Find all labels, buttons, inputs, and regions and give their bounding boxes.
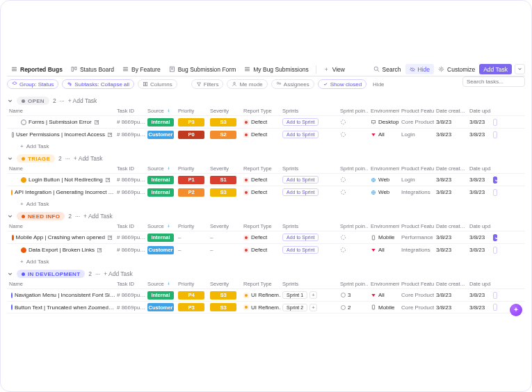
sprint-chip[interactable]: Sprint 2	[282, 304, 307, 311]
subtasks-chip[interactable]: Subtasks: Collapse all	[62, 79, 134, 89]
col-source[interactable]: Source	[145, 223, 176, 229]
col-sprints[interactable]: Sprints	[280, 223, 338, 229]
col-updated[interactable]: Date upda…	[467, 281, 491, 287]
col-report[interactable]: Report Type	[241, 223, 280, 229]
add-to-sprint-button[interactable]: Add to Sprint	[282, 234, 319, 241]
col-sprints[interactable]: Sprints	[280, 165, 338, 172]
col-name[interactable]: Name	[7, 281, 115, 287]
col-updated[interactable]: Date upda…	[467, 108, 491, 114]
col-severity[interactable]: Severity	[208, 281, 241, 287]
add-task-dropdown[interactable]	[515, 64, 525, 74]
col-priority[interactable]: Priority	[176, 223, 208, 229]
task-name-cell[interactable]: User Permissions | Incorrect Access	[7, 131, 115, 138]
col-name[interactable]: Name	[7, 108, 115, 114]
open-icon[interactable]	[107, 132, 113, 138]
col-source[interactable]: Source	[145, 281, 176, 287]
col-priority[interactable]: Priority	[176, 281, 208, 287]
col-priority[interactable]: Priority	[176, 108, 208, 114]
status-pill[interactable]: NEED INFO	[17, 212, 65, 220]
table-row[interactable]: Data Export | Broken Links # 8669pu… Cus…	[7, 243, 525, 256]
collapse-toggle[interactable]	[7, 156, 13, 162]
col-taskid[interactable]: Task ID	[115, 165, 145, 172]
col-env[interactable]: Environment	[369, 108, 399, 114]
customize-button[interactable]: Customize	[434, 63, 479, 76]
add-to-sprint-button[interactable]: Add to Sprint	[282, 188, 319, 196]
table-row[interactable]: Button Text | Truncated when Zoomed… # 8…	[7, 301, 525, 313]
filters-chip[interactable]: Filters	[191, 79, 224, 89]
table-row[interactable]: Navigation Menu | Inconsistent Font Si… …	[7, 288, 525, 301]
row-checkbox[interactable]	[493, 247, 497, 254]
add-task-button[interactable]: Add Task	[479, 64, 512, 74]
col-taskid[interactable]: Task ID	[115, 281, 145, 287]
col-source[interactable]: Source	[145, 165, 176, 172]
show-closed-chip[interactable]: Show closed	[318, 79, 366, 89]
collapse-toggle[interactable]	[7, 98, 13, 104]
col-source[interactable]: Source	[145, 108, 176, 114]
status-pill[interactable]: TRIAGE	[17, 154, 55, 163]
col-sprints[interactable]: Sprints	[280, 108, 338, 114]
collapse-toggle[interactable]	[7, 271, 13, 277]
col-sprint-points[interactable]: Sprint poin…	[338, 281, 369, 287]
col-feature[interactable]: Product Feature	[399, 223, 434, 229]
add-sprint-button[interactable]: +	[309, 304, 317, 311]
task-name-cell[interactable]: Data Export | Broken Links	[7, 247, 115, 253]
open-icon[interactable]	[94, 120, 99, 125]
search-button[interactable]: Search	[369, 63, 405, 76]
columns-chip[interactable]: Columns	[138, 79, 177, 89]
col-priority[interactable]: Priority	[176, 165, 208, 172]
tab-my-submissions[interactable]: My Bug Submissions	[240, 63, 312, 76]
col-report[interactable]: Report Type	[241, 165, 280, 172]
more-icon[interactable]: ···	[95, 270, 100, 277]
col-severity[interactable]: Severity	[208, 165, 241, 172]
add-to-sprint-button[interactable]: Add to Sprint	[282, 246, 319, 254]
task-name-cell[interactable]: Button Text | Truncated when Zoomed…	[7, 304, 115, 311]
table-row[interactable]: User Permissions | Incorrect Access # 86…	[7, 128, 525, 140]
col-severity[interactable]: Severity	[208, 223, 241, 229]
add-to-sprint-button[interactable]: Add to Sprint	[282, 176, 319, 183]
add-task-row[interactable]: +Add Task	[7, 198, 525, 207]
tab-by-feature[interactable]: By Feature	[118, 63, 165, 76]
add-to-sprint-button[interactable]: Add to Sprint	[282, 131, 319, 138]
col-env[interactable]: Environment	[369, 223, 399, 229]
col-created[interactable]: Date creat…	[434, 165, 467, 172]
row-checkbox[interactable]	[493, 292, 497, 299]
task-name-cell[interactable]: Login Button | Not Redirecting	[7, 177, 115, 183]
row-checkbox[interactable]	[493, 304, 497, 311]
more-icon[interactable]: ···	[65, 155, 70, 162]
row-checkbox[interactable]	[493, 189, 497, 196]
row-checkbox[interactable]	[493, 177, 497, 183]
col-created[interactable]: Date creat…	[434, 281, 467, 287]
open-icon[interactable]	[107, 235, 113, 240]
col-created[interactable]: Date creat…	[434, 108, 467, 114]
hide-filters[interactable]: Hide	[370, 81, 387, 88]
col-name[interactable]: Name	[7, 165, 115, 172]
add-task-inline[interactable]: + Add Task	[74, 155, 103, 162]
task-name-cell[interactable]: API Integration | Generating Incorrect …	[7, 189, 115, 195]
add-to-sprint-button[interactable]: Add to Sprint	[282, 118, 319, 126]
hide-button[interactable]: Hide	[405, 64, 434, 74]
sprint-chip[interactable]: Sprint 1	[282, 291, 307, 299]
task-name-cell[interactable]: Navigation Menu | Inconsistent Font Si…	[7, 292, 115, 298]
col-feature[interactable]: Product Feature	[399, 165, 434, 172]
col-feature[interactable]: Product Feature	[399, 108, 434, 114]
col-feature[interactable]: Product Feature	[399, 281, 434, 287]
row-checkbox[interactable]	[493, 131, 497, 138]
col-created[interactable]: Date creat…	[434, 223, 467, 229]
add-task-row[interactable]: +Add Task	[7, 256, 525, 265]
col-report[interactable]: Report Type	[241, 108, 280, 114]
col-sprint-points[interactable]: Sprint poin…	[338, 223, 369, 229]
open-icon[interactable]	[97, 247, 102, 253]
col-env[interactable]: Environment	[369, 165, 399, 172]
col-report[interactable]: Report Type	[241, 281, 280, 287]
open-icon[interactable]	[105, 177, 111, 183]
col-env[interactable]: Environment	[369, 281, 399, 287]
ai-fab[interactable]	[510, 304, 522, 316]
status-pill[interactable]: OPEN	[17, 97, 49, 105]
col-updated[interactable]: Date upda…	[467, 165, 491, 172]
table-row[interactable]: API Integration | Generating Incorrect ……	[7, 186, 525, 198]
row-checkbox[interactable]	[493, 119, 497, 126]
add-task-row[interactable]: +Add Task	[7, 140, 525, 149]
col-updated[interactable]: Date upda…	[467, 223, 491, 229]
col-name[interactable]: Name	[7, 223, 115, 229]
more-icon[interactable]: ···	[60, 97, 65, 104]
